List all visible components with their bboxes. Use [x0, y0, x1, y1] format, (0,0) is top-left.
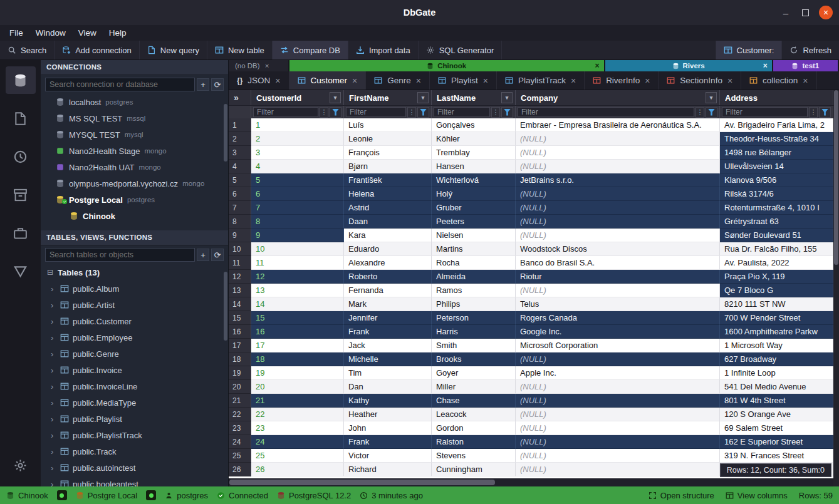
cell-customerid[interactable]: 21	[251, 394, 344, 408]
column-dropdown-icon[interactable]: ▾	[706, 92, 717, 103]
chevron-right-icon[interactable]: ›	[51, 333, 56, 342]
cell-firstname[interactable]: Kara	[344, 229, 432, 242]
table-item-public-invoiceline[interactable]: ›public.InvoiceLine	[41, 378, 228, 394]
toolbar-button-compare-db[interactable]: Compare DB	[273, 41, 348, 59]
cell-firstname[interactable]: Jennifer	[344, 311, 432, 325]
cell-address[interactable]: 162 E Superior Street	[720, 435, 833, 449]
table-item-public-customer[interactable]: ›public.Customer	[41, 313, 228, 329]
tab-genre[interactable]: Genre×	[366, 71, 430, 90]
cell-lastname[interactable]: Gruber	[432, 201, 516, 215]
column-header-company[interactable]: Company▾	[516, 90, 720, 105]
cell-customerid[interactable]: 3	[251, 146, 344, 160]
cell-lastname[interactable]: Tremblay	[432, 146, 516, 160]
cell-company[interactable]: (NULL)	[516, 352, 720, 366]
cell-company[interactable]: (NULL)	[516, 380, 720, 394]
menu-help[interactable]: Help	[103, 27, 132, 39]
cell-lastname[interactable]: Philips	[432, 297, 516, 311]
row-number[interactable]: 4	[229, 160, 251, 173]
chevron-right-icon[interactable]: ›	[51, 317, 56, 326]
cell-address[interactable]: Sønder Boulevard 51	[720, 229, 833, 242]
cell-lastname[interactable]: Ramos	[432, 284, 516, 297]
chevron-right-icon[interactable]: ›	[51, 463, 56, 473]
cell-firstname[interactable]: Luís	[344, 118, 432, 132]
cell-lastname[interactable]: Hansen	[432, 160, 516, 173]
row-number[interactable]: 11	[229, 256, 251, 270]
table-item-public-genre[interactable]: ›public.Genre	[41, 346, 228, 362]
row-number[interactable]: 24	[229, 435, 251, 449]
cell-lastname[interactable]: Ralston	[432, 435, 516, 449]
cell-lastname[interactable]: Rocha	[432, 256, 516, 270]
cell-address[interactable]: 700 W Pender Street	[720, 311, 833, 325]
status-item-rows-59[interactable]: Rows: 59	[799, 491, 833, 500]
vertical-scrollbar-thumb[interactable]	[834, 90, 838, 265]
cell-lastname[interactable]: Peterson	[432, 311, 516, 325]
add-table-small-button[interactable]: +	[197, 249, 209, 261]
table-item-public-invoice[interactable]: ›public.Invoice	[41, 362, 228, 378]
close-icon[interactable]: ×	[483, 76, 488, 86]
cell-customerid[interactable]: 13	[251, 284, 344, 297]
cell-address[interactable]: 627 Broadway	[720, 352, 833, 366]
filter-funnel-icon[interactable]	[501, 107, 513, 118]
cell-firstname[interactable]: Helena	[344, 187, 432, 201]
tab-riverinfo[interactable]: RiverInfo×	[585, 71, 659, 90]
cell-lastname[interactable]: Brooks	[432, 352, 516, 366]
chevron-right-icon[interactable]: ›	[51, 284, 56, 294]
connection-item-chinook[interactable]: Chinook	[41, 208, 228, 224]
close-icon[interactable]: ×	[265, 62, 269, 69]
cell-customerid[interactable]: 10	[251, 242, 344, 256]
dbgroup-tab-test1[interactable]: test1	[773, 60, 839, 71]
cell-customerid[interactable]: 14	[251, 297, 344, 311]
cell-company[interactable]: (NULL)	[516, 215, 720, 229]
rail-item-compare[interactable]	[6, 257, 36, 285]
cell-company[interactable]: (NULL)	[516, 187, 720, 201]
cell-firstname[interactable]: Mark	[344, 297, 432, 311]
dbgroup-tab-chinook[interactable]: Chinook×	[289, 60, 605, 71]
chevron-right-icon[interactable]: ›	[51, 366, 56, 375]
chevron-right-icon[interactable]: ›	[51, 480, 56, 487]
cell-company[interactable]: Banco do Brasil S.A.	[516, 256, 720, 270]
toolbar-button-add-connection[interactable]: Add connection	[55, 41, 140, 59]
close-icon[interactable]: ×	[803, 76, 808, 86]
cell-address[interactable]: Ullevålsveien 14	[720, 160, 833, 173]
cell-firstname[interactable]: Daan	[344, 215, 432, 229]
cell-company[interactable]: (NULL)	[516, 421, 720, 435]
row-number[interactable]: 21	[229, 394, 251, 408]
cell-company[interactable]: Google Inc.	[516, 325, 720, 339]
row-number[interactable]: 23	[229, 421, 251, 435]
cell-customerid[interactable]: 8	[251, 215, 344, 229]
cell-address[interactable]: 801 W 4th Street	[720, 394, 833, 408]
tab-customer[interactable]: Customer×	[289, 71, 367, 90]
minimize-button[interactable]: –	[779, 8, 792, 18]
chevron-right-icon[interactable]: ›	[51, 382, 56, 391]
cell-customerid[interactable]: 1	[251, 118, 344, 132]
row-number[interactable]: 15	[229, 311, 251, 325]
row-number[interactable]: 3	[229, 146, 251, 160]
cell-lastname[interactable]: Goyer	[432, 366, 516, 380]
cell-company[interactable]: Apple Inc.	[516, 366, 720, 380]
cell-lastname[interactable]: Wichterlová	[432, 173, 516, 187]
toolbar-button-new-table[interactable]: New table	[207, 41, 273, 59]
row-number[interactable]: 25	[229, 449, 251, 463]
cell-company[interactable]: Microsoft Corporation	[516, 339, 720, 352]
filter-input[interactable]: Filter	[434, 107, 490, 117]
tables-group-row[interactable]: ⊟ Tables (13)	[41, 264, 228, 280]
row-number[interactable]: 1	[229, 118, 251, 132]
rail-item-settings[interactable]	[6, 451, 36, 479]
column-header-address[interactable]: Address	[720, 90, 833, 105]
cell-customerid[interactable]: 26	[251, 463, 344, 476]
chevron-right-icon[interactable]: ›	[51, 349, 56, 359]
status-item-connected[interactable]: Connected	[217, 491, 268, 500]
connection-item-ms-sql-test[interactable]: MS SQL TESTmssql	[41, 110, 228, 126]
cell-lastname[interactable]: Cunningham	[432, 463, 516, 476]
filter-funnel-icon[interactable]	[330, 107, 341, 118]
cell-address[interactable]: Theodor-Heuss-Straße 34	[720, 132, 833, 146]
filter-menu-icon[interactable]: ⋮	[491, 107, 500, 118]
row-number[interactable]: 10	[229, 242, 251, 256]
cell-company[interactable]: (NULL)	[516, 408, 720, 421]
cell-lastname[interactable]: Holý	[432, 187, 516, 201]
cell-customerid[interactable]: 24	[251, 435, 344, 449]
cell-customerid[interactable]: 23	[251, 421, 344, 435]
cell-lastname[interactable]: Stevens	[432, 449, 516, 463]
cell-customerid[interactable]: 17	[251, 339, 344, 352]
status-item-3-minutes-ago[interactable]: 3 minutes ago	[360, 491, 423, 500]
